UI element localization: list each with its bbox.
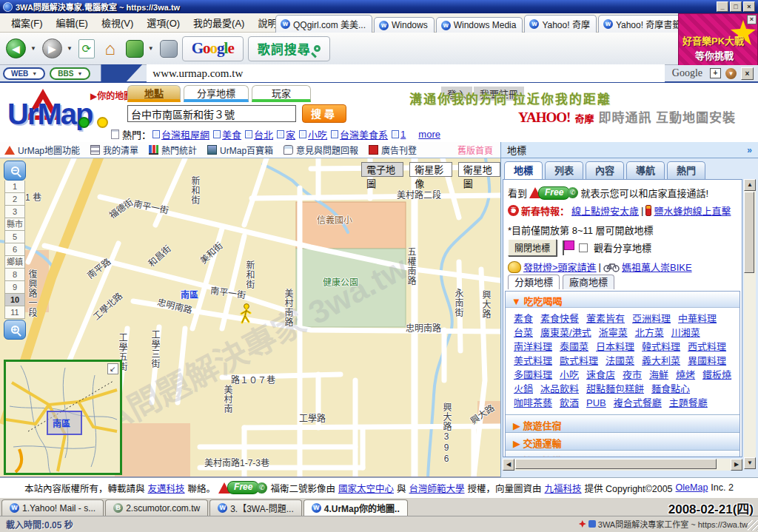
landmark-sub-tab[interactable]: 廠商地標 <box>563 275 614 289</box>
tab-place[interactable]: 地點 <box>127 85 181 102</box>
function-link[interactable]: UrMap地圖功能 <box>4 144 80 156</box>
category-link[interactable]: 小吃 <box>560 369 579 380</box>
zoom-level[interactable]: 10 <box>4 294 25 306</box>
forward-dropdown-icon[interactable]: ▼ <box>67 45 73 52</box>
ad-banner[interactable]: 好音樂PK大戰 等你挑戰 × <box>678 13 758 67</box>
zoom-level[interactable]: 鄉鎮 <box>4 256 25 269</box>
hot-link[interactable]: 1 <box>400 129 406 140</box>
minimap-collapse-icon[interactable]: ↙ <box>107 363 118 374</box>
category-link[interactable]: 火鍋 <box>514 383 533 394</box>
category-link[interactable]: 川湘菜 <box>671 327 700 338</box>
zoom-level[interactable]: 1 <box>4 181 25 193</box>
zoom-level[interactable]: 8 <box>4 269 25 281</box>
zoom-level[interactable]: 6 <box>4 243 25 256</box>
back-button[interactable]: ◀ <box>6 38 26 58</box>
panel-horizontal-scrollbar[interactable]: ◀ ▶ <box>503 459 742 471</box>
scroll-thumb[interactable] <box>515 459 717 469</box>
urmap-logo[interactable]: UrMap ▶你的地圖 <box>7 87 126 136</box>
category-link[interactable]: 台菜 <box>514 327 533 338</box>
hot-link[interactable]: 台灣美食系 <box>340 127 388 141</box>
close-landmark-button[interactable]: 關閉地標 <box>508 239 557 256</box>
lyrics-search-button[interactable]: 歌詞搜尋 <box>248 36 330 61</box>
bbs-mode-dropdown[interactable]: BBS▼ <box>50 67 90 80</box>
lantern-promo-link[interactable]: 發財燈>頭家請進 <box>523 260 597 274</box>
category-link[interactable]: PUB <box>586 397 606 408</box>
news-link-1[interactable]: 線上點燈安太歲 <box>571 203 639 218</box>
footer-link-ntnu[interactable]: 台灣師範大學 <box>409 481 465 495</box>
back-dropdown-icon[interactable]: ▼ <box>30 45 36 52</box>
category-link[interactable]: 甜點麵包糕餅 <box>586 383 644 394</box>
go-icon[interactable]: ▼ <box>725 68 737 79</box>
map-view-button[interactable]: 電子地圖 <box>361 162 403 177</box>
browser-tab[interactable]: W 1.Yahoo! Mail - s... <box>1 499 104 516</box>
section-header[interactable]: ▶ 旅遊住宿 <box>506 414 739 432</box>
panel-tab[interactable]: 熱門 <box>667 161 705 179</box>
hot-link[interactable]: 小吃 <box>308 127 327 141</box>
category-link[interactable]: 日本料理 <box>596 341 634 352</box>
zoom-out-button[interactable]: − <box>4 161 26 181</box>
panel-tab[interactable]: 導航 <box>626 161 665 179</box>
resize-grip[interactable] <box>748 520 758 531</box>
stop-icon[interactable]: × <box>741 67 754 80</box>
panel-vertical-scrollbar[interactable]: ▲ ▼ <box>744 179 756 469</box>
category-link[interactable]: 素食 <box>514 313 533 324</box>
menu-item[interactable]: 選項(O) <box>140 16 187 31</box>
section-header[interactable]: ▶ 機關機構 <box>506 450 739 457</box>
zoom-level[interactable]: 11 <box>4 306 25 319</box>
tab-share-landmark[interactable]: 分享地標 <box>184 85 249 102</box>
refresh-icon[interactable]: ⟳ <box>78 39 95 58</box>
category-link[interactable]: 法國菜 <box>606 355 634 366</box>
function-link[interactable]: UrMap百寶箱 <box>207 144 273 156</box>
address-input[interactable]: www.urmap.com.tw <box>147 64 664 82</box>
maximize-button[interactable]: □ <box>730 1 742 12</box>
ad-close-icon[interactable]: × <box>747 15 757 24</box>
browser-tab[interactable]: W 4.UrMap你的地圖.. <box>303 499 408 516</box>
plugin-cube2-icon[interactable] <box>160 40 178 58</box>
home-icon[interactable]: ⌂ <box>99 38 121 60</box>
browser-tab[interactable]: W 3.【3WA-問題... <box>209 499 302 516</box>
yahoo-promo[interactable]: YAHOO! 奇摩 即時通訊 互動地圖安裝 <box>518 107 736 126</box>
category-link[interactable]: 廣東菜/港式 <box>540 327 591 338</box>
google-search-button[interactable]: Google <box>182 36 244 61</box>
category-link[interactable]: 冰品飲料 <box>540 383 579 394</box>
category-link[interactable]: 麵食點心 <box>651 383 690 394</box>
function-link[interactable]: 廣告刊登 <box>369 144 417 156</box>
web-mode-dropdown[interactable]: WEB▼ <box>3 67 45 80</box>
hot-link[interactable]: 台灣租屋網 <box>161 127 209 141</box>
category-link[interactable]: 葷素皆有 <box>586 313 625 324</box>
hot-link[interactable]: 美食 <box>222 127 241 141</box>
minimap-viewport-rect[interactable]: 南區 <box>47 411 82 435</box>
news-link-2[interactable]: 鹽水蜂炮線上直擊 <box>654 203 731 218</box>
function-link[interactable]: 熱門統計 <box>149 144 197 156</box>
map-view-button[interactable]: 衛星地圖 <box>458 162 500 177</box>
panel-tab[interactable]: 列表 <box>545 161 583 179</box>
footer-link-olemap[interactable]: OleMap <box>676 482 708 493</box>
menu-item[interactable]: 編輯(E) <box>50 16 95 31</box>
zoom-level[interactable]: 5 <box>4 231 25 243</box>
category-link[interactable]: 複合式餐廳 <box>614 397 662 408</box>
map-view-button[interactable]: 衛星影像 <box>409 162 452 177</box>
category-link[interactable]: 燒烤 <box>676 369 695 380</box>
scroll-up-icon[interactable]: ▲ <box>744 179 756 191</box>
scroll-down-icon[interactable]: ▼ <box>744 457 756 469</box>
old-version-home-link[interactable]: 舊版首頁 <box>457 144 493 156</box>
menu-item[interactable]: 檔案(F) <box>4 16 50 31</box>
footer-link-nspo[interactable]: 國家太空中心 <box>338 481 394 495</box>
minimize-button[interactable]: _ <box>717 1 728 12</box>
function-link[interactable]: 意見與問題回報 <box>284 144 358 156</box>
category-link[interactable]: 素食快餐 <box>540 313 579 324</box>
food-section-header[interactable]: ▼ 吃吃喝喝 <box>506 292 739 308</box>
zoom-level[interactable]: 3 <box>4 206 25 218</box>
bookmark-tab[interactable]: w QQgirl.com 美美... <box>275 15 372 33</box>
category-link[interactable]: 西式料理 <box>688 341 726 352</box>
scroll-right-icon[interactable]: ▶ <box>731 459 742 471</box>
bike-promo-link[interactable]: 媽祖萬人崇BIKE <box>622 260 692 274</box>
person-marker-icon[interactable] <box>240 303 252 324</box>
overview-minimap[interactable]: 南區 ↙ <box>4 360 122 475</box>
panel-tab[interactable]: 內容 <box>586 161 624 179</box>
category-link[interactable]: 義大利菜 <box>642 355 680 366</box>
scroll-left-icon[interactable]: ◀ <box>503 459 514 471</box>
scroll-thumb[interactable] <box>744 192 754 273</box>
forward-button[interactable]: ▶ <box>42 38 62 58</box>
category-link[interactable]: 主題餐廳 <box>669 397 708 408</box>
